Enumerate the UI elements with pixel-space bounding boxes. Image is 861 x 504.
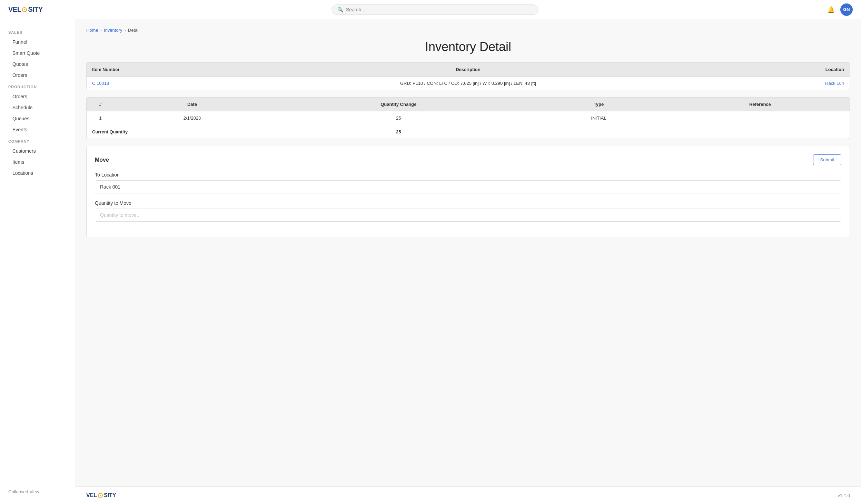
sidebar-item-orders-prod[interactable]: Orders	[0, 91, 75, 102]
history-header-ref: Reference	[671, 98, 850, 111]
move-header: Move Submit	[95, 154, 841, 165]
main-layout: SALES Funnel Smart Quote Quotes Orders P…	[0, 19, 861, 504]
history-header-num: #	[87, 98, 114, 111]
top-right-actions: 🔔 GN	[827, 3, 853, 16]
history-footer-type-empty	[527, 125, 670, 139]
to-location-group: To Location	[95, 172, 841, 193]
footer-logo-icon	[98, 493, 103, 498]
history-footer-qty: 25	[270, 125, 527, 139]
breadcrumb-inventory[interactable]: Inventory	[104, 28, 122, 33]
footer: VELSITY v1.1.0	[75, 486, 861, 504]
sidebar: SALES Funnel Smart Quote Quotes Orders P…	[0, 19, 75, 504]
notification-bell-icon[interactable]: 🔔	[827, 6, 835, 13]
history-type-1: INITIAL	[527, 111, 670, 125]
move-title: Move	[95, 157, 109, 163]
sidebar-item-locations[interactable]: Locations	[0, 168, 75, 179]
collapsed-view-toggle[interactable]: Collapsed View	[0, 485, 75, 498]
sidebar-section-company: COMPANY	[0, 135, 75, 145]
item-table-container: Item Number Description Location C.10018…	[86, 62, 850, 90]
footer-logo: VELSITY	[86, 492, 116, 498]
history-table: # Date Quantity Change Type Reference 1 …	[87, 98, 850, 139]
move-section: Move Submit To Location Quantity to Move	[86, 146, 850, 237]
sidebar-item-smart-quote[interactable]: Smart Quote	[0, 48, 75, 59]
history-ref-1	[671, 111, 850, 125]
item-table-header-location: Location	[788, 63, 850, 77]
item-table-header-description: Description	[149, 63, 788, 77]
breadcrumb-sep-1: ›	[100, 28, 102, 33]
breadcrumb-sep-2: ›	[125, 28, 126, 33]
breadcrumb-current: Detail	[128, 28, 139, 33]
user-avatar[interactable]: GN	[840, 3, 853, 16]
sidebar-item-queues[interactable]: Queues	[0, 113, 75, 124]
sidebar-item-customers[interactable]: Customers	[0, 145, 75, 157]
item-location-cell[interactable]: Rack 164	[788, 77, 850, 90]
sidebar-item-funnel[interactable]: Funnel	[0, 37, 75, 48]
topbar: VELSITY 🔍 🔔 GN	[0, 0, 861, 19]
sidebar-item-orders-sales[interactable]: Orders	[0, 70, 75, 81]
search-input[interactable]	[346, 7, 533, 12]
qty-to-move-input[interactable]	[95, 209, 841, 222]
breadcrumb: Home › Inventory › Detail	[86, 28, 850, 33]
sidebar-nav: SALES Funnel Smart Quote Quotes Orders P…	[0, 26, 75, 179]
item-table-row: C.10018 GRD: P110 / CON: LTC / OD: 7.625…	[87, 77, 850, 90]
history-header-qty: Quantity Change	[270, 98, 527, 111]
qty-to-move-label: Quantity to Move	[95, 200, 841, 206]
sidebar-section-production: PRODUCTION	[0, 81, 75, 91]
item-table: Item Number Description Location C.10018…	[87, 63, 850, 90]
search-icon: 🔍	[337, 7, 343, 12]
submit-button[interactable]: Submit	[813, 154, 841, 165]
sidebar-item-schedule[interactable]: Schedule	[0, 102, 75, 113]
sidebar-section-sales: SALES	[0, 26, 75, 37]
item-description-cell: GRD: P110 / CON: LTC / OD: 7.625 [in] / …	[149, 77, 788, 90]
sidebar-item-items[interactable]: Items	[0, 157, 75, 168]
item-table-header-item-number: Item Number	[87, 63, 149, 77]
history-qty-1: 25	[270, 111, 527, 125]
breadcrumb-home[interactable]: Home	[86, 28, 98, 33]
history-table-container: # Date Quantity Change Type Reference 1 …	[86, 97, 850, 139]
footer-version: v1.1.0	[838, 493, 850, 498]
sidebar-item-quotes[interactable]: Quotes	[0, 59, 75, 70]
item-number-cell[interactable]: C.10018	[87, 77, 149, 90]
history-footer-ref-empty	[671, 125, 850, 139]
main-content: Home › Inventory › Detail Inventory Deta…	[75, 19, 861, 486]
history-date-1: 2/1/2023	[114, 111, 270, 125]
history-footer-row: Current Quantity 25	[87, 125, 850, 139]
history-row-1: 1 2/1/2023 25 INITIAL	[87, 111, 850, 125]
logo-icon	[22, 7, 27, 12]
logo: VELSITY	[8, 6, 43, 13]
history-num-1: 1	[87, 111, 114, 125]
sidebar-item-events[interactable]: Events	[0, 124, 75, 135]
page-title: Inventory Detail	[86, 40, 850, 54]
history-header-type: Type	[527, 98, 670, 111]
history-footer-label: Current Quantity	[87, 125, 270, 139]
qty-to-move-group: Quantity to Move	[95, 200, 841, 222]
history-header-date: Date	[114, 98, 270, 111]
search-container: 🔍	[331, 4, 538, 15]
to-location-label: To Location	[95, 172, 841, 178]
to-location-input[interactable]	[95, 180, 841, 193]
